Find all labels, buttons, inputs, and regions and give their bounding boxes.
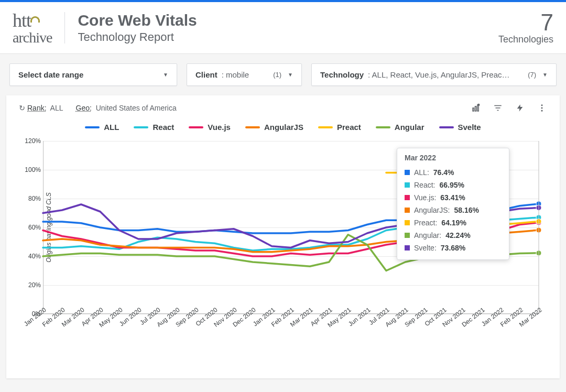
legend-swatch — [134, 126, 148, 128]
page-header: htt archive Core Web Vitals Technology R… — [0, 2, 566, 54]
tooltip-series-name: AngularJS: — [414, 206, 450, 214]
chevron-down-icon: ▼ — [288, 72, 293, 78]
more-options-icon[interactable] — [537, 103, 547, 113]
tooltip-series-name: Preact: — [414, 219, 437, 227]
chart-tooltip: Mar 2022 ALL: 76.4%React: 66.95%Vue.js: … — [397, 148, 509, 260]
y-tick: 60% — [20, 224, 41, 231]
tooltip-row: React: 66.95% — [405, 179, 502, 191]
tooltip-swatch — [405, 220, 410, 225]
y-tick: 120% — [20, 137, 41, 145]
legend-item[interactable]: React — [134, 123, 174, 132]
legend-label: Vue.js — [208, 123, 231, 132]
chart-legend: ALLReactVue.jsAngularJSPreactAngularSvel… — [6, 117, 560, 135]
legend-item[interactable]: ALL — [85, 123, 119, 132]
tooltip-swatch — [405, 233, 410, 238]
rank-filter[interactable]: ↺Rank: ALL — [19, 104, 63, 112]
technology-count-badge: (7) — [528, 71, 536, 79]
technology-label: Technology — [320, 70, 364, 79]
header-divider — [64, 12, 65, 43]
technology-filter[interactable]: Technology : ALL, React, Vue.js, Angular… — [311, 63, 557, 86]
tooltip-swatch — [405, 208, 410, 213]
tooltip-swatch — [405, 195, 410, 200]
svg-point-7 — [541, 104, 543, 106]
svg-point-9 — [541, 110, 543, 112]
tooltip-series-name: ALL: — [414, 168, 429, 177]
count-label: Technologies — [498, 34, 553, 45]
count-value: 7 — [498, 11, 553, 34]
tooltip-row: Angular: 42.24% — [405, 229, 502, 242]
svg-point-8 — [541, 107, 543, 109]
geo-filter[interactable]: Geo: United States of America — [76, 104, 177, 112]
tooltip-row: Vue.js: 63.41% — [405, 191, 502, 204]
tooltip-value: 58.16% — [454, 206, 478, 214]
svg-point-3 — [478, 104, 480, 106]
chart-card: ↺Rank: ALL Geo: United States of America… — [6, 95, 560, 378]
page-title: Core Web Vitals — [78, 12, 486, 29]
tooltip-value: 63.41% — [440, 193, 465, 202]
y-tick: 80% — [20, 195, 41, 202]
client-label: Client — [195, 70, 217, 79]
legend-item[interactable]: Angular — [376, 123, 424, 132]
client-filter[interactable]: Client : mobile (1) ▼ — [187, 63, 302, 86]
tooltip-row: Preact: 64.19% — [405, 216, 502, 229]
y-tick: 20% — [20, 281, 41, 289]
legend-label: Angular — [395, 123, 424, 132]
x-axis: Jan 2020Feb 2020Mar 2020Apr 2020May 2020… — [43, 306, 539, 337]
tooltip-series-name: Svelte: — [414, 244, 437, 252]
technology-value: : ALL, React, Vue.js, AngularJS, Preac… — [368, 70, 509, 79]
y-tick: 100% — [20, 166, 41, 173]
date-range-label: Select date range — [18, 70, 83, 79]
legend-label: ALL — [104, 123, 119, 132]
legend-label: React — [153, 123, 174, 132]
filter-bar: Select date range ▼ Client : mobile (1) … — [0, 54, 566, 95]
tooltip-value: 66.95% — [439, 181, 464, 189]
client-value: : mobile — [222, 70, 249, 79]
chart-settings-icon[interactable] — [471, 103, 481, 113]
date-range-filter[interactable]: Select date range ▼ — [9, 63, 177, 86]
client-count: (1) — [273, 71, 281, 79]
chart-sub-filters: ↺Rank: ALL Geo: United States of America — [6, 103, 560, 117]
lightning-icon[interactable] — [515, 103, 525, 113]
tooltip-swatch — [405, 182, 410, 188]
svg-rect-0 — [473, 108, 474, 111]
page-subtitle: Technology Report — [78, 30, 486, 44]
tooltip-swatch — [405, 170, 410, 175]
tooltip-series-name: Angular: — [414, 231, 441, 239]
tooltip-row: Svelte: 73.68% — [405, 242, 502, 254]
legend-swatch — [439, 126, 454, 128]
legend-item[interactable]: AngularJS — [245, 123, 303, 132]
legend-swatch — [85, 126, 100, 128]
tooltip-title: Mar 2022 — [405, 154, 502, 162]
httparchive-logo: htt archive — [13, 9, 52, 46]
legend-label: AngularJS — [264, 123, 303, 132]
filter-icon[interactable] — [493, 103, 503, 113]
tooltip-value: 76.4% — [433, 168, 454, 177]
chevron-down-icon: ▼ — [542, 72, 548, 78]
legend-item[interactable]: Preact — [318, 123, 361, 132]
legend-item[interactable]: Vue.js — [189, 123, 231, 132]
technology-count: 7 Technologies — [498, 11, 553, 45]
tooltip-row: ALL: 76.4% — [405, 166, 502, 179]
tooltip-swatch — [405, 245, 410, 251]
legend-label: Svelte — [458, 123, 481, 132]
y-tick: 40% — [20, 253, 41, 260]
tooltip-value: 64.19% — [441, 219, 466, 227]
legend-swatch — [376, 126, 390, 128]
legend-swatch — [318, 126, 333, 128]
tooltip-row: AngularJS: 58.16% — [405, 204, 502, 216]
tooltip-series-name: React: — [414, 181, 435, 189]
tooltip-value: 73.68% — [441, 244, 465, 252]
tooltip-series-name: Vue.js: — [414, 193, 436, 202]
legend-swatch — [189, 126, 203, 128]
tooltip-value: 42.24% — [445, 231, 470, 239]
chevron-down-icon: ▼ — [163, 72, 168, 78]
undo-icon: ↺ — [19, 104, 25, 112]
legend-item[interactable]: Svelte — [439, 123, 481, 132]
legend-label: Preact — [337, 123, 361, 132]
svg-rect-1 — [475, 106, 476, 111]
legend-swatch — [245, 126, 260, 128]
